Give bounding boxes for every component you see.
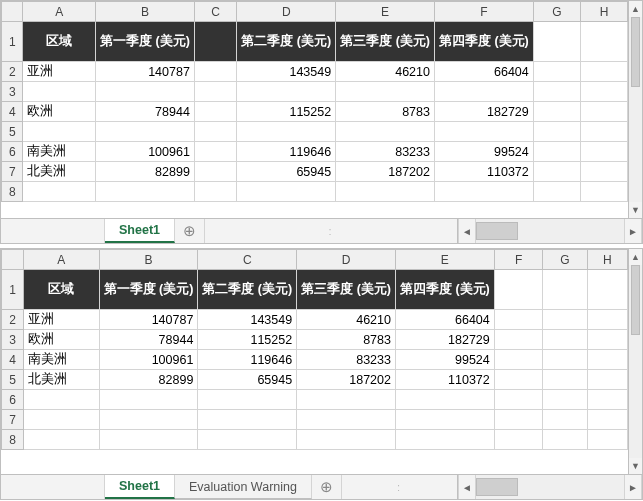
cell-H1[interactable] — [587, 270, 627, 310]
cell-D4[interactable]: 83233 — [297, 350, 396, 370]
cell-F8[interactable] — [434, 182, 533, 202]
cell-F7[interactable]: 110372 — [434, 162, 533, 182]
vscroll-track[interactable] — [629, 265, 642, 458]
cell-H8[interactable] — [581, 182, 628, 202]
tab-drag-handle[interactable]: : — [205, 219, 457, 243]
cell-B6[interactable] — [99, 390, 198, 410]
cell-H5[interactable] — [581, 122, 628, 142]
cell-F5[interactable] — [494, 370, 543, 390]
cell-E1[interactable]: 第三季度 (美元) — [336, 22, 435, 62]
scroll-left-icon[interactable]: ◄ — [458, 475, 476, 499]
cell-C1[interactable] — [194, 22, 236, 62]
cell-C8[interactable] — [194, 182, 236, 202]
scroll-up-icon[interactable]: ▲ — [629, 249, 642, 265]
cell-D3[interactable] — [237, 82, 336, 102]
cell-H1[interactable] — [581, 22, 628, 62]
cell-D6[interactable]: 119646 — [237, 142, 336, 162]
add-sheet-button[interactable]: ⊕ — [312, 475, 342, 499]
cell-E1[interactable]: 第四季度 (美元) — [395, 270, 494, 310]
cell-H2[interactable] — [581, 62, 628, 82]
cell-D8[interactable] — [237, 182, 336, 202]
cell-H6[interactable] — [587, 390, 627, 410]
cell-C2[interactable]: 143549 — [198, 310, 297, 330]
cell-E8[interactable] — [395, 430, 494, 450]
grid-bottom[interactable]: A B C D E F G H 1 区域 第一季度 (美元) 第二季度 (美元)… — [1, 249, 628, 473]
cell-G1[interactable] — [543, 270, 587, 310]
cell-G2[interactable] — [543, 310, 587, 330]
cell-B5[interactable]: 82899 — [99, 370, 198, 390]
col-header-B[interactable]: B — [96, 2, 195, 22]
cell-D7[interactable] — [297, 410, 396, 430]
cell-F6[interactable]: 99524 — [434, 142, 533, 162]
cell-C6[interactable] — [194, 142, 236, 162]
col-header-H[interactable]: H — [581, 2, 628, 22]
cell-A5[interactable] — [23, 122, 96, 142]
row-header-3[interactable]: 3 — [2, 82, 23, 102]
grid-top[interactable]: A B C D E F G H 1 区域 第一季度 (美元) 第二季度 (美元)… — [1, 1, 628, 217]
cell-H3[interactable] — [581, 82, 628, 102]
cell-B1[interactable]: 第一季度 (美元) — [99, 270, 198, 310]
cell-G4[interactable] — [543, 350, 587, 370]
cell-E6[interactable]: 83233 — [336, 142, 435, 162]
cell-C5[interactable]: 65945 — [198, 370, 297, 390]
col-header-D[interactable]: D — [237, 2, 336, 22]
scroll-right-icon[interactable]: ► — [624, 475, 642, 499]
row-header-7[interactable]: 7 — [2, 410, 24, 430]
row-header-8[interactable]: 8 — [2, 430, 24, 450]
row-header-6[interactable]: 6 — [2, 390, 24, 410]
cell-F3[interactable] — [494, 330, 543, 350]
horizontal-scrollbar-top[interactable]: ◄ ► — [457, 219, 642, 243]
cell-H6[interactable] — [581, 142, 628, 162]
cell-B4[interactable]: 78944 — [96, 102, 195, 122]
cell-E5[interactable] — [336, 122, 435, 142]
row-header-5[interactable]: 5 — [2, 370, 24, 390]
cell-A2[interactable]: 亚洲 — [23, 62, 96, 82]
col-header-F[interactable]: F — [494, 250, 543, 270]
row-header-5[interactable]: 5 — [2, 122, 23, 142]
cell-A4[interactable]: 南美洲 — [24, 350, 99, 370]
hscroll-thumb[interactable] — [476, 222, 518, 240]
cell-E3[interactable]: 182729 — [395, 330, 494, 350]
cell-H4[interactable] — [581, 102, 628, 122]
cell-B6[interactable]: 100961 — [96, 142, 195, 162]
cell-D4[interactable]: 115252 — [237, 102, 336, 122]
col-header-F[interactable]: F — [434, 2, 533, 22]
cell-H7[interactable] — [587, 410, 627, 430]
col-header-G[interactable]: G — [543, 250, 587, 270]
cell-B8[interactable] — [99, 430, 198, 450]
cell-C1[interactable]: 第二季度 (美元) — [198, 270, 297, 310]
cell-F1[interactable]: 第四季度 (美元) — [434, 22, 533, 62]
cell-C3[interactable]: 115252 — [198, 330, 297, 350]
cell-G2[interactable] — [533, 62, 580, 82]
row-header-3[interactable]: 3 — [2, 330, 24, 350]
col-header-G[interactable]: G — [533, 2, 580, 22]
row-header-7[interactable]: 7 — [2, 162, 23, 182]
sheet-tab-sheet1[interactable]: Sheet1 — [105, 219, 175, 243]
cell-A6[interactable] — [24, 390, 99, 410]
cell-C6[interactable] — [198, 390, 297, 410]
col-header-C[interactable]: C — [198, 250, 297, 270]
cell-D2[interactable]: 143549 — [237, 62, 336, 82]
cell-G5[interactable] — [533, 122, 580, 142]
cell-B1[interactable]: 第一季度 (美元) — [96, 22, 195, 62]
cell-A1[interactable]: 区域 — [23, 22, 96, 62]
cell-A7[interactable]: 北美洲 — [23, 162, 96, 182]
cell-H3[interactable] — [587, 330, 627, 350]
cell-B3[interactable]: 78944 — [99, 330, 198, 350]
cell-D5[interactable] — [237, 122, 336, 142]
cell-D2[interactable]: 46210 — [297, 310, 396, 330]
cell-G8[interactable] — [543, 430, 587, 450]
col-header-A[interactable]: A — [23, 2, 96, 22]
cell-A5[interactable]: 北美洲 — [24, 370, 99, 390]
cell-E3[interactable] — [336, 82, 435, 102]
cell-G7[interactable] — [533, 162, 580, 182]
cell-C3[interactable] — [194, 82, 236, 102]
cell-B7[interactable] — [99, 410, 198, 430]
col-header-E[interactable]: E — [336, 2, 435, 22]
cell-C4[interactable] — [194, 102, 236, 122]
cell-H5[interactable] — [587, 370, 627, 390]
cell-F2[interactable]: 66404 — [434, 62, 533, 82]
cell-B7[interactable]: 82899 — [96, 162, 195, 182]
scroll-up-icon[interactable]: ▲ — [629, 1, 642, 17]
scroll-left-icon[interactable]: ◄ — [458, 219, 476, 243]
